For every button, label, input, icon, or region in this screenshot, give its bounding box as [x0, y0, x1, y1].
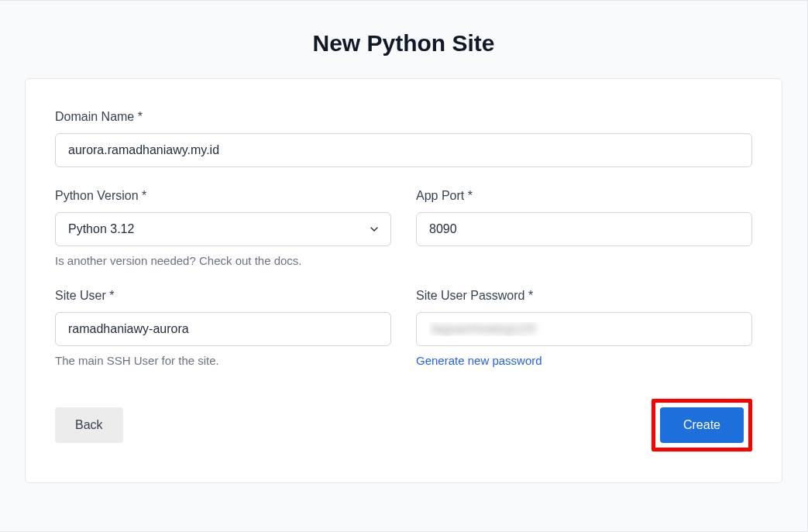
button-row: Back Create: [55, 399, 752, 451]
python-version-help: Is another version needed? Check out the…: [55, 254, 391, 267]
app-port-label: App Port *: [416, 189, 752, 203]
site-user-password-group: Site User Password * Generate new passwo…: [416, 289, 752, 368]
app-port-group: App Port *: [416, 189, 752, 267]
domain-name-label: Domain Name *: [55, 110, 752, 124]
site-user-label: Site User *: [55, 289, 391, 303]
python-version-select[interactable]: Python 3.12: [55, 212, 391, 246]
page-title: New Python Site: [0, 1, 807, 78]
python-version-label: Python Version *: [55, 189, 391, 203]
site-user-group: Site User * The main SSH User for the si…: [55, 289, 391, 368]
domain-name-group: Domain Name *: [55, 110, 752, 167]
site-user-input[interactable]: [55, 312, 391, 346]
site-user-help: The main SSH User for the site.: [55, 354, 391, 367]
site-user-password-input[interactable]: [416, 312, 752, 346]
python-version-group: Python Version * Python 3.12 Is another …: [55, 189, 391, 267]
create-button[interactable]: Create: [660, 407, 744, 443]
app-port-input[interactable]: [416, 212, 752, 246]
create-button-highlight: Create: [652, 399, 752, 451]
domain-name-input[interactable]: [55, 133, 752, 167]
form-card: Domain Name * Python Version * Python 3.…: [25, 78, 782, 483]
site-user-password-label: Site User Password *: [416, 289, 752, 303]
generate-password-link[interactable]: Generate new password: [416, 354, 542, 367]
back-button[interactable]: Back: [55, 407, 123, 443]
